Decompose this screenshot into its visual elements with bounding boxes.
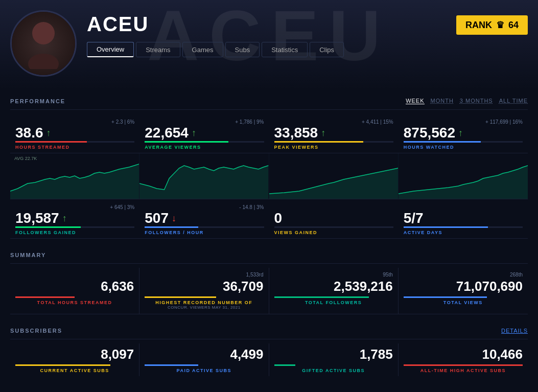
metric-value-folh: 507 ↓	[145, 210, 264, 226]
summary-label-followers: TOTAL FOLLOWERS	[274, 300, 393, 305]
summary-value-followers: 2,539,216	[274, 279, 393, 294]
tab-streams[interactable]: Streams	[136, 42, 180, 57]
chart-4	[399, 153, 528, 199]
summary-value-hours: 6,636	[15, 279, 134, 294]
subs-grid: 8,097 CURRENT ACTIVE SUBS 4,499 PAID ACT…	[10, 343, 528, 376]
performance-header: PERFORMANCE WEEK MONTH 3 MONTHS ALL TIME	[10, 89, 528, 110]
summary-label-hours: TOTAL HOURS STREAMED	[15, 300, 134, 305]
tab-subs[interactable]: Subs	[225, 42, 260, 57]
summary-total-hours: 6,636 TOTAL HOURS STREAMED	[10, 268, 139, 314]
summary-grid: 6,636 TOTAL HOURS STREAMED 1,533rd 36,70…	[10, 268, 528, 314]
rank-badge: RANK ♛ 64	[456, 15, 528, 35]
charts-row: AVG 22.7K	[10, 153, 528, 199]
arrow-down-icon: ↓	[172, 213, 176, 224]
subs-paid-active: 4,499 PAID ACTIVE SUBS	[139, 343, 269, 376]
performance-title: PERFORMANCE	[10, 98, 65, 104]
metric-avg-viewers: + 1,786 | 9% 22,654 ↑ AVERAGE VIEWERS	[139, 114, 269, 153]
rank-value: 64	[508, 20, 519, 31]
subs-header: SUBSCRIBERS DETAILS	[10, 319, 528, 339]
metric-label-hours: HOURS STREAMED	[15, 145, 134, 150]
tab-games[interactable]: Games	[182, 42, 223, 57]
summary-desc-concurrent: CONCUR. VIEWERS MAY 31, 2021	[145, 305, 263, 310]
subs-alltime-high: 10,466 ALL-TIME HIGH ACTIVE SUBS	[399, 343, 528, 376]
summary-value-concurrent: 36,709	[145, 279, 263, 294]
metric-label-days: ACTIVE DAYS	[404, 230, 523, 235]
arrow-up-icon: ↑	[192, 128, 196, 139]
header-background: ACEU ACEU Overview Streams Games Subs St…	[0, 0, 538, 89]
metric-hours-streamed: + 2.3 | 6% 38.6 ↑ HOURS STREAMED	[10, 114, 139, 153]
details-link[interactable]: DETAILS	[501, 328, 528, 334]
header-content: ACEU Overview Streams Games Subs Statist…	[10, 10, 344, 77]
metric-change-hours: + 2.3 | 6%	[15, 119, 134, 125]
avatar-image	[12, 12, 75, 75]
summary-rank-followers: 95th	[274, 272, 393, 278]
svg-marker-2	[10, 164, 139, 199]
summary-value-views: 71,070,690	[404, 279, 523, 294]
arrow-up-icon: ↑	[62, 213, 67, 224]
metric-value-hours: 38.6 ↑	[15, 125, 134, 141]
metrics-row2: + 645 | 3% 19,587 ↑ FOLLOWERS GAINED - 1…	[10, 199, 528, 239]
metric-change-avg: + 1,786 | 9%	[145, 119, 264, 125]
metric-change-folh: - 14.8 | 3%	[145, 204, 264, 210]
metric-label-peak: PEAK VIEWERS	[274, 145, 393, 150]
metric-value-days: 5/7	[404, 210, 523, 226]
metric-value-views: 0	[274, 210, 393, 226]
arrow-up-icon: ↑	[321, 128, 325, 139]
metric-views-gained: 0 VIEWS GAINED	[269, 199, 399, 239]
metric-active-days: 5/7 ACTIVE DAYS	[399, 199, 528, 239]
tab-statistics[interactable]: Statistics	[262, 42, 308, 57]
metrics-row1: + 2.3 | 6% 38.6 ↑ HOURS STREAMED + 1,786…	[10, 114, 528, 153]
subs-value-gifted: 1,785	[274, 347, 393, 362]
metric-change-fol: + 645 | 3%	[15, 204, 134, 210]
summary-label-views: TOTAL VIEWS	[404, 300, 523, 305]
metric-label-watched: HOURS WATCHED	[404, 145, 523, 150]
subs-gifted-active: 1,785 GIFTED ACTIVE SUBS	[269, 343, 399, 376]
chart-3	[269, 153, 399, 199]
arrow-up-icon: ↑	[46, 128, 51, 139]
svg-marker-5	[399, 166, 528, 199]
metric-change-views	[274, 204, 393, 210]
summary-rank-views: 268th	[404, 272, 523, 278]
metric-followers-gained: + 645 | 3% 19,587 ↑ FOLLOWERS GAINED	[10, 199, 139, 239]
filter-week[interactable]: WEEK	[406, 98, 424, 104]
metric-value-fol: 19,587 ↑	[15, 210, 134, 226]
subs-value-current: 8,097	[15, 347, 134, 362]
subs-value-alltime: 10,466	[404, 347, 523, 362]
metric-fol-hour: - 14.8 | 3% 507 ↓ FOLLOWERS / HOUR	[139, 199, 269, 239]
tab-overview[interactable]: Overview	[87, 42, 134, 57]
time-filters: WEEK MONTH 3 MONTHS ALL TIME	[406, 98, 528, 104]
metric-change-days	[404, 204, 523, 210]
summary-title: SUMMARY	[10, 252, 46, 258]
metric-label-fol: FOLLOWERS GAINED	[15, 230, 134, 235]
summary-total-views: 268th 71,070,690 TOTAL VIEWS	[399, 268, 528, 314]
subs-label-current: CURRENT ACTIVE SUBS	[15, 368, 134, 373]
summary-total-followers: 95th 2,539,216 TOTAL FOLLOWERS	[269, 268, 399, 314]
summary-rank-hours	[15, 272, 134, 278]
subs-value-paid: 4,499	[145, 347, 263, 362]
subs-label-alltime: ALL-TIME HIGH ACTIVE SUBS	[404, 368, 523, 373]
filter-alltime[interactable]: ALL TIME	[499, 98, 528, 104]
main-content: PERFORMANCE WEEK MONTH 3 MONTHS ALL TIME…	[0, 89, 538, 376]
nav-tabs: Overview Streams Games Subs Statistics C…	[87, 42, 344, 57]
summary-header: SUMMARY	[10, 244, 528, 264]
summary-rank-concurrent: 1,533rd	[145, 272, 263, 278]
crown-icon: ♛	[496, 19, 504, 31]
metric-value-avg: 22,654 ↑	[145, 125, 264, 141]
streamer-info: ACEU Overview Streams Games Subs Statist…	[87, 10, 344, 57]
subs-label-paid: PAID ACTIVE SUBS	[145, 368, 263, 373]
metric-label-avg: AVERAGE VIEWERS	[145, 145, 264, 150]
metric-change-watched: + 117,699 | 16%	[404, 119, 523, 125]
metric-hours-watched: + 117,699 | 16% 875,562 ↑ HOURS WATCHED	[399, 114, 528, 153]
filter-3months[interactable]: 3 MONTHS	[460, 98, 493, 104]
metric-value-peak: 33,858 ↑	[274, 125, 393, 141]
filter-month[interactable]: MONTH	[431, 98, 454, 104]
arrow-up-icon: ↑	[458, 128, 463, 139]
svg-point-0	[32, 22, 55, 44]
svg-marker-4	[269, 168, 398, 199]
tab-clips[interactable]: Clips	[310, 42, 344, 57]
subs-title: SUBSCRIBERS	[10, 328, 62, 334]
metric-label-folh: FOLLOWERS / HOUR	[145, 230, 264, 235]
streamer-name: ACEU	[87, 13, 344, 36]
summary-label-concurrent: HIGHEST RECORDED NUMBER OF	[145, 300, 263, 305]
chart-2	[139, 153, 269, 199]
